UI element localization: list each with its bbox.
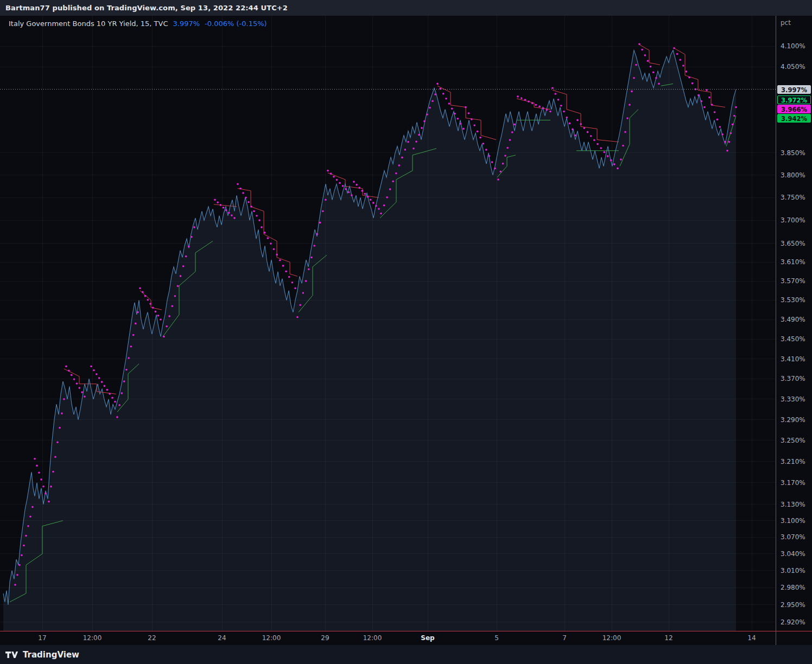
sar-dot [242,192,244,194]
sar-dot [342,185,344,187]
sar-dot [587,131,589,133]
sar-dot [345,188,347,190]
x-axis-label: 22 [148,634,156,642]
y-axis-label: 3.700% [781,216,805,224]
sar-dot [130,346,132,348]
sar-dot [223,207,225,209]
sar-dot [285,270,287,272]
sar-dot [721,133,724,136]
sar-dot [245,196,247,199]
sar-dot [436,83,439,85]
sar-dot [620,158,622,161]
sar-dot [54,456,56,458]
symbol-title[interactable]: Italy Government Bonds 10 YR Yield, 15, … [9,20,168,28]
sar-dot [330,173,332,175]
x-axis-label: 12 [664,634,673,642]
sar-dot [735,106,737,108]
sar-dot [404,149,407,151]
sar-dot [48,501,50,503]
sar-dot [502,163,504,165]
sar-dot [109,393,111,395]
sar-dot [421,127,423,129]
sar-dot [491,161,493,163]
y-axis-label: 3.750% [781,194,805,201]
sar-dot [504,155,506,157]
sar-dot [572,129,574,131]
sar-dot [622,145,624,147]
sar-dot [610,159,612,162]
sar-dot [348,191,350,194]
y-axis-label: 3.370% [781,375,805,382]
time-scale[interactable]: 1712:00222412:002912:00Sep5712:001214 [0,631,812,645]
sar-dot [276,254,278,256]
sar-dot [188,246,190,248]
y-axis-label: 3.490% [781,316,805,323]
x-axis-label: 7 [562,634,567,642]
sar-dot [686,71,688,73]
sar-dot [248,201,250,203]
sar-dot [282,265,284,267]
sar-dot [593,139,595,141]
sar-dot [434,93,436,95]
sar-dot [600,147,602,149]
price-chart[interactable] [0,0,812,664]
sar-dot [607,155,609,157]
sar-dot [21,554,23,557]
sar-dot [123,380,125,382]
sar-dot [166,325,168,328]
sar-dot [604,151,606,154]
sar-dot [528,100,530,103]
chart-page: Bartman77 published on TradingView.com, … [0,0,812,664]
tradingview-brand[interactable]: TradingView [23,650,79,660]
y-axis-label: 4.100% [781,42,805,50]
sar-dot [583,127,586,129]
sar-dot [125,369,128,371]
sar-dot [231,214,233,216]
sar-dot [448,103,451,105]
sar-dot [454,113,456,115]
sar-dot [711,104,713,106]
sar-dot [68,369,70,372]
sar-dot [462,128,465,130]
sar-dot [322,210,324,213]
sar-dot [264,232,266,234]
chart-legend[interactable]: Italy Government Bonds 10 YR Yield, 15, … [9,20,267,28]
sar-dot [121,392,123,394]
sar-dot [81,391,83,393]
sar-dot [708,97,710,99]
sar-dot [191,236,193,238]
sar-dot [250,206,252,208]
sar-dot [483,143,485,145]
sar-dot [730,132,732,135]
sar-dot [546,109,548,111]
tradingview-logo-icon[interactable] [5,650,18,660]
sar-dot [61,412,63,414]
sar-dot [356,184,358,186]
price-scale[interactable]: pct 4.100%4.050%3.850%3.800%3.750%3.700%… [776,16,812,631]
y-axis-label: 3.610% [781,258,805,266]
sar-dot [273,248,275,251]
sar-dot [673,47,675,49]
sar-dot [509,139,511,141]
sar-dot [477,130,479,132]
y-axis-label: 3.250% [781,437,805,444]
sar-dot [73,378,75,380]
sar-dot [333,176,335,178]
sar-dot [457,118,459,120]
sar-dot [644,54,646,56]
sar-dot [361,190,364,192]
y-axis-label: 4.050% [781,63,805,71]
y-axis-label: 3.010% [781,567,805,574]
sar-dot [114,401,116,403]
sar-dot [413,148,415,150]
x-axis-label: 14 [747,634,756,642]
price-axis-value-label: 3.966% [777,105,811,113]
footer-bar: TradingView [0,645,812,664]
sar-dot [658,83,660,85]
sar-dot [16,574,18,576]
sar-dot [25,535,27,537]
sar-dot [641,49,643,51]
sar-dot [468,112,470,114]
sar-dot [339,182,341,184]
trend-stop-line-down [517,99,550,110]
